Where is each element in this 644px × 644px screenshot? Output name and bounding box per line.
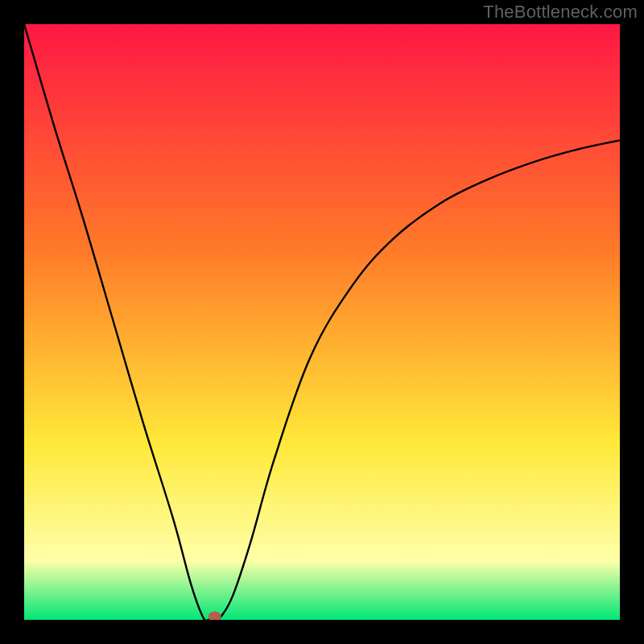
chart-frame: TheBottleneck.com	[0, 0, 644, 644]
plot-area	[24, 24, 620, 620]
watermark-text: TheBottleneck.com	[483, 2, 638, 23]
chart-svg	[24, 24, 620, 620]
